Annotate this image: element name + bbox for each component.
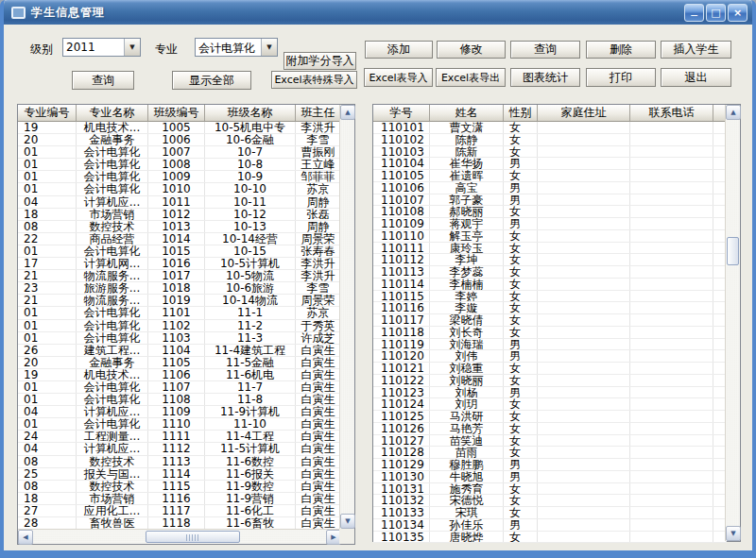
table-row[interactable]: 01会计电算化101510-15张寿春 xyxy=(18,245,341,258)
table-row[interactable]: 110133宋琪女 xyxy=(373,507,727,519)
table-row[interactable]: 01会计电算化110111-1苏京 xyxy=(18,307,341,319)
chevron-down-icon[interactable]: ▼ xyxy=(261,39,277,56)
delete-button[interactable]: 删除 xyxy=(586,41,656,59)
table-row[interactable]: 110123刘杨男 xyxy=(373,387,727,399)
maximize-button[interactable]: □ xyxy=(706,4,726,22)
class-table-vscrollbar[interactable]: ▲ ▼ xyxy=(339,105,354,529)
table-row[interactable]: 110104崔华扬男 xyxy=(373,158,727,170)
table-row[interactable]: 27应用化工...111711-6化工白寅生 xyxy=(18,505,341,517)
table-row[interactable]: 20金融事务100610-6金融李雪 xyxy=(18,134,341,146)
scroll-up-icon[interactable]: ▲ xyxy=(726,105,741,120)
minimize-button[interactable]: ─ xyxy=(684,4,704,22)
class-table-hscrollbar[interactable]: ◀ ▶ xyxy=(18,529,341,544)
table-row[interactable]: 110103陈新女 xyxy=(373,146,727,159)
table-row[interactable]: 110117梁晓倩女 xyxy=(373,314,727,327)
excel-export-button[interactable]: Excel表导出 xyxy=(436,68,506,87)
table-row[interactable]: 25报关与国...111411-6报关白寅生 xyxy=(18,468,341,481)
table-row[interactable]: 110135唐晓烨女 xyxy=(373,532,727,544)
table-row[interactable]: 19机电技术...110611-6机电白寅生 xyxy=(18,369,341,381)
table-row[interactable]: 110122刘晓丽女 xyxy=(373,375,727,387)
column-header[interactable]: 家庭住址 xyxy=(538,105,630,121)
table-row[interactable]: 110134孙佳乐男 xyxy=(373,519,727,532)
table-row[interactable]: 01会计电算化100710-7曹振刚 xyxy=(18,146,341,159)
scroll-down-icon[interactable]: ▼ xyxy=(340,514,355,529)
table-row[interactable]: 110126马艳芳女 xyxy=(373,423,727,435)
excel-import-button[interactable]: Excel表导入 xyxy=(364,68,433,87)
table-row[interactable]: 04计算机应...111211-5计算机白寅生 xyxy=(18,443,341,455)
table-row[interactable]: 18市场营销111611-9营销白寅生 xyxy=(18,493,341,505)
table-row[interactable]: 110114李楠楠女 xyxy=(373,279,727,291)
table-row[interactable]: 110101曹文潇女 xyxy=(373,122,727,134)
scroll-up-icon[interactable]: ▲ xyxy=(340,105,355,120)
column-header[interactable]: 性别 xyxy=(504,105,538,121)
table-row[interactable]: 110130牛晓旭男 xyxy=(373,471,727,483)
table-row[interactable]: 01会计电算化110311-3许成芝 xyxy=(18,332,341,345)
table-row[interactable]: 04计算机应...110911-9计算机白寅生 xyxy=(18,406,341,418)
exit-button[interactable]: 退出 xyxy=(661,68,731,87)
vscroll-thumb[interactable] xyxy=(727,237,739,265)
table-row[interactable]: 04计算机应...101110-11周静 xyxy=(18,196,341,209)
table-row[interactable]: 110112李坤女 xyxy=(373,254,727,266)
table-row[interactable]: 19机电技术...100510-5机电中专李洪升 xyxy=(18,122,341,134)
table-row[interactable]: 110102陈静女 xyxy=(373,134,727,146)
excel-special-import-button[interactable]: Excel表特殊导入 xyxy=(271,71,357,89)
print-button[interactable]: 打印 xyxy=(586,68,656,87)
table-row[interactable]: 110125马洪研女 xyxy=(373,411,727,423)
insert-student-button[interactable]: 插入学生 xyxy=(661,41,731,59)
table-row[interactable]: 110110解玉亭女 xyxy=(373,230,727,243)
table-row[interactable]: 110121刘稳重女 xyxy=(373,363,727,375)
table-row[interactable]: 110118刘长奇女 xyxy=(373,327,727,339)
query-left-button[interactable]: 查询 xyxy=(72,71,134,90)
table-row[interactable]: 23旅游服务...101810-6旅游李雪 xyxy=(18,282,341,295)
table-row[interactable]: 08数控技术101310-13周静 xyxy=(18,221,341,233)
credit-import-button[interactable]: 附加学分导入 xyxy=(284,52,356,70)
chart-stats-button[interactable]: 图表统计 xyxy=(510,68,580,87)
scroll-down-icon[interactable]: ▼ xyxy=(726,526,741,541)
table-row[interactable]: 110119刘海瑞男 xyxy=(373,339,727,351)
table-row[interactable]: 110116李嫙女 xyxy=(373,302,727,314)
column-header[interactable]: 学号 xyxy=(373,105,430,121)
student-table-vscrollbar[interactable]: ▲ ▼ xyxy=(725,105,740,541)
column-header[interactable]: 班级编号 xyxy=(148,105,205,121)
column-header[interactable]: 专业名称 xyxy=(77,105,148,121)
table-row[interactable]: 110129穆胜鹏男 xyxy=(373,459,727,471)
table-row[interactable]: 08数控技术111511-9数控白寅生 xyxy=(18,481,341,493)
column-header[interactable]: 姓名 xyxy=(430,105,504,121)
major-select[interactable]: 会计电算化 ▼ xyxy=(195,38,278,57)
table-row[interactable]: 17计算机网...101610-5计算机李洪升 xyxy=(18,258,341,270)
table-row[interactable]: 110109蒋观宇男 xyxy=(373,218,727,230)
table-row[interactable]: 21物流服务...101910-14物流周景荣 xyxy=(18,295,341,307)
table-row[interactable]: 110106高宝男 xyxy=(373,182,727,194)
table-row[interactable]: 110127苗笑迪女 xyxy=(373,435,727,448)
column-header[interactable]: 联系电话 xyxy=(630,105,713,121)
hscroll-thumb[interactable] xyxy=(146,531,240,543)
table-row[interactable]: 01会计电算化110211-2于秀英 xyxy=(18,320,341,332)
add-button[interactable]: 添加 xyxy=(365,41,433,59)
table-row[interactable]: 22商品经营101410-14经营周景荣 xyxy=(18,233,341,245)
table-row[interactable]: 110115李婷女 xyxy=(373,291,727,303)
table-row[interactable]: 01会计电算化111011-10白寅生 xyxy=(18,418,341,431)
table-row[interactable]: 01会计电算化100810-8王立峰 xyxy=(18,159,341,171)
table-row[interactable]: 110108郝晓丽女 xyxy=(373,206,727,218)
column-header[interactable]: 班主任 xyxy=(296,105,341,121)
table-row[interactable]: 110128苗雨女 xyxy=(373,447,727,459)
table-row[interactable]: 26建筑工程...110411-4建筑工程白寅生 xyxy=(18,345,341,357)
table-row[interactable]: 110120刘伟男 xyxy=(373,350,727,363)
table-row[interactable]: 01会计电算化100910-9邹菲菲 xyxy=(18,171,341,183)
table-row[interactable]: 01会计电算化101010-10苏京 xyxy=(18,183,341,195)
modify-button[interactable]: 修改 xyxy=(437,41,506,59)
table-row[interactable]: 110132宋德悦女 xyxy=(373,495,727,507)
table-row[interactable]: 01会计电算化110711-7白寅生 xyxy=(18,381,341,394)
table-row[interactable]: 110111康玲玉女 xyxy=(373,243,727,255)
table-row[interactable]: 18市场营销101210-12张磊 xyxy=(18,209,341,221)
table-row[interactable]: 01会计电算化110811-8白寅生 xyxy=(18,394,341,406)
column-header[interactable]: 班级名称 xyxy=(205,105,296,121)
chevron-down-icon[interactable]: ▼ xyxy=(124,39,140,56)
column-header[interactable]: 专业编号 xyxy=(18,105,77,121)
table-row[interactable]: 21物流服务...101710-5物流李洪升 xyxy=(18,270,341,282)
table-row[interactable]: 20金融事务110511-5金融白寅生 xyxy=(18,357,341,369)
table-row[interactable]: 110107郭子豪男 xyxy=(373,194,727,207)
table-row[interactable]: 110105崔遗晖女 xyxy=(373,170,727,182)
scroll-left-icon[interactable]: ◀ xyxy=(18,530,33,545)
level-select[interactable]: 2011 ▼ xyxy=(62,38,141,57)
